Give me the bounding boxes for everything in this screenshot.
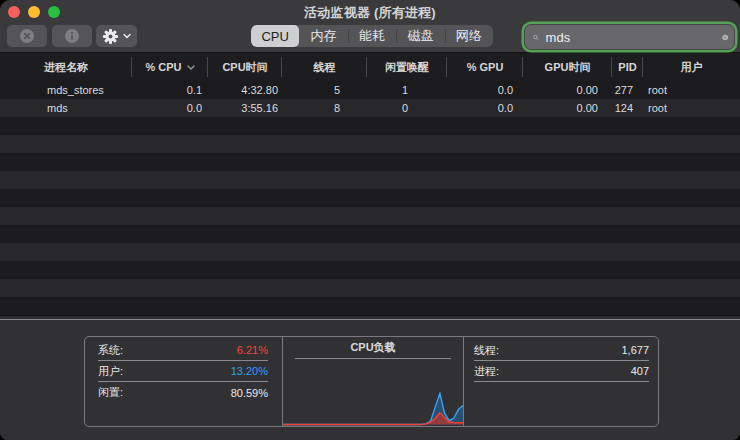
search-field[interactable] — [524, 24, 735, 50]
cpu-usage-stats: 系统: 6.21% 用户: 13.20% 闲置: 80.59% — [98, 337, 268, 426]
stat-value-idle: 80.59% — [231, 387, 268, 399]
process-count-stats: 线程: 1,677 进程: 407 — [474, 337, 649, 426]
cell-cpu-percent: 0.1 — [132, 81, 208, 99]
cell-cpu-percent: 0.0 — [132, 99, 208, 117]
stat-row-processes: 进程: 407 — [474, 361, 649, 382]
cell-cpu-time: 3:55.16 — [208, 99, 282, 117]
table-row-mds[interactable]: mds 0.0 3:55.16 8 0 0.0 0.00 124 root — [0, 99, 740, 117]
cell-pid: 124 — [612, 99, 643, 117]
process-table-body: mds_stores 0.1 4:32.80 5 1 0.0 0.00 277 … — [0, 81, 740, 315]
clear-search-icon[interactable] — [722, 30, 728, 45]
cell-gpu-time: 0.00 — [523, 99, 612, 117]
cell-user: root — [643, 99, 740, 117]
cell-threads: 5 — [282, 81, 367, 99]
cell-cpu-time: 4:32.80 — [208, 81, 282, 99]
cell-process-name: mds — [0, 99, 132, 117]
stat-value-system: 6.21% — [237, 344, 268, 356]
table-header: 进程名称 % CPU CPU时间 线程 闲置唤醒 % GPU GPU时间 PID… — [0, 53, 740, 81]
column-header-process-name[interactable]: 进程名称 — [0, 53, 132, 81]
stat-value-processes: 407 — [631, 365, 649, 377]
tab-cpu[interactable]: CPU — [251, 25, 299, 47]
column-header-cpu-percent[interactable]: % CPU — [132, 53, 208, 81]
column-header-idle-wakeups[interactable]: 闲置唤醒 — [367, 53, 447, 81]
column-header-user[interactable]: 用户 — [643, 53, 740, 81]
window-title: 活动监视器 (所有进程) — [0, 4, 740, 22]
column-header-gpu-time[interactable]: GPU时间 — [523, 53, 612, 81]
sort-chevron-down-icon — [187, 65, 195, 70]
activity-monitor-window: 活动监视器 (所有进程) — [0, 0, 740, 440]
chevron-down-icon — [123, 33, 131, 39]
stat-label: 用户: — [98, 364, 123, 379]
cpu-load-sparkline-chart — [283, 359, 463, 426]
tab-energy[interactable]: 能耗 — [348, 25, 396, 47]
tab-disk[interactable]: 磁盘 — [396, 25, 444, 47]
inspect-process-button[interactable] — [52, 25, 92, 47]
stat-label: 系统: — [98, 343, 123, 358]
stat-value-threads: 1,677 — [621, 344, 649, 356]
stat-label: 闲置: — [98, 385, 123, 400]
gear-icon — [102, 28, 119, 45]
column-header-threads[interactable]: 线程 — [282, 53, 367, 81]
settings-menu-button[interactable] — [96, 25, 137, 47]
cell-gpu-percent: 0.0 — [447, 81, 523, 99]
view-segmented-control: CPU 内存 能耗 磁盘 网络 — [251, 25, 493, 47]
cell-user: root — [643, 81, 740, 99]
stat-value-user: 13.20% — [231, 365, 268, 377]
footer-stats-pane: 系统: 6.21% 用户: 13.20% 闲置: 80.59% CPU负载 — [0, 320, 740, 440]
column-header-gpu-percent[interactable]: % GPU — [447, 53, 523, 81]
search-input[interactable] — [539, 30, 722, 45]
stat-row-user: 用户: 13.20% — [98, 361, 268, 382]
circle-info-icon — [64, 28, 80, 44]
circle-x-icon — [19, 28, 35, 44]
stat-row-system: 系统: 6.21% — [98, 340, 268, 361]
tab-memory[interactable]: 内存 — [299, 25, 347, 47]
cell-idle-wakeups: 1 — [367, 81, 447, 99]
cpu-load-section: CPU负载 — [283, 337, 463, 426]
cpu-stats-box: 系统: 6.21% 用户: 13.20% 闲置: 80.59% CPU负载 — [84, 336, 659, 427]
cell-pid: 277 — [612, 81, 643, 99]
cell-gpu-time: 0.00 — [523, 81, 612, 99]
table-row-mds-stores[interactable]: mds_stores 0.1 4:32.80 5 1 0.0 0.00 277 … — [0, 81, 740, 99]
stat-label: 线程: — [474, 343, 499, 358]
cell-threads: 8 — [282, 99, 367, 117]
cell-gpu-percent: 0.0 — [447, 99, 523, 117]
stats-divider — [463, 337, 464, 426]
cell-idle-wakeups: 0 — [367, 99, 447, 117]
cpu-load-title: CPU负载 — [283, 337, 463, 358]
cell-process-name: mds_stores — [0, 81, 132, 99]
tab-network[interactable]: 网络 — [445, 25, 493, 47]
column-header-pid[interactable]: PID — [612, 53, 643, 81]
title-bar: 活动监视器 (所有进程) — [0, 0, 740, 53]
stat-label: 进程: — [474, 364, 499, 379]
column-header-cpu-time[interactable]: CPU时间 — [208, 53, 282, 81]
stat-row-threads: 线程: 1,677 — [474, 340, 649, 361]
quit-process-button[interactable] — [7, 25, 47, 47]
stat-row-idle: 闲置: 80.59% — [98, 382, 268, 403]
